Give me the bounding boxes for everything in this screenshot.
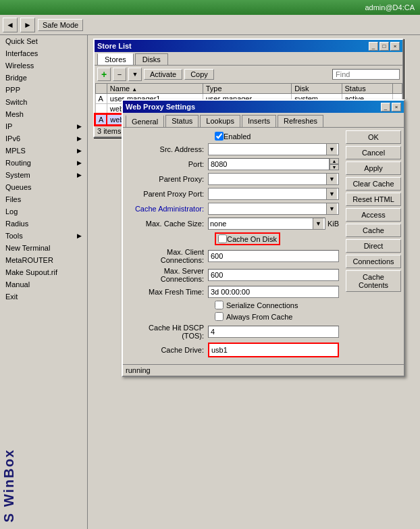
- port-input[interactable]: [208, 158, 330, 170]
- cache-drive-input[interactable]: [209, 344, 338, 356]
- col-header-name[interactable]: Name ▲: [107, 84, 203, 94]
- proxy-form: Enabled Src. Address: ▼ Port:: [123, 128, 343, 364]
- sidebar-item-queues[interactable]: Queues: [0, 181, 87, 193]
- apply-button[interactable]: Apply: [346, 161, 401, 175]
- sidebar-item-interfaces[interactable]: Interfaces: [0, 47, 87, 59]
- cache-size-wrap: none ▼ KiB: [208, 218, 339, 230]
- tab-refreshes[interactable]: Refreshes: [278, 115, 323, 127]
- status-text: running: [126, 366, 151, 374]
- always-from-cache-checkbox[interactable]: [215, 312, 224, 321]
- max-client-conn-input[interactable]: [208, 250, 339, 262]
- sidebar-item-ip[interactable]: IP ▶: [0, 120, 87, 132]
- proxy-content: Enabled Src. Address: ▼ Port:: [123, 128, 404, 364]
- proxy-buttons: OK Cancel Apply Clear Cache Reset HTML A…: [343, 128, 404, 364]
- maximize-button[interactable]: □: [379, 42, 389, 51]
- cache-on-disk-label: Cache On Disk: [227, 235, 277, 243]
- sidebar-item-routing[interactable]: Routing ▶: [0, 157, 87, 169]
- max-cache-size-dropdown[interactable]: ▼: [313, 218, 323, 229]
- sidebar-item-wireless[interactable]: Wireless: [0, 59, 87, 72]
- port-label: Port:: [127, 160, 208, 168]
- kib-label: KiB: [327, 220, 339, 228]
- add-button[interactable]: +: [97, 68, 111, 81]
- find-input[interactable]: [332, 69, 400, 80]
- connections-button[interactable]: Connections: [346, 255, 401, 268]
- cancel-button[interactable]: Cancel: [346, 146, 401, 159]
- back-button[interactable]: ◄: [3, 18, 18, 32]
- col-header-disk[interactable]: Disk: [292, 84, 342, 94]
- proxy-minimize-button[interactable]: _: [381, 103, 390, 111]
- cache-button[interactable]: Cache: [346, 224, 401, 237]
- proxy-close-button[interactable]: ×: [392, 103, 401, 111]
- enabled-checkbox[interactable]: [215, 132, 224, 141]
- tab-lookups[interactable]: Lookups: [200, 115, 240, 127]
- sidebar-item-switch[interactable]: Switch: [0, 96, 87, 108]
- store-list-titlebar: Store List _ □ ×: [95, 40, 402, 52]
- parent-proxy-row: Parent Proxy: ▼: [127, 173, 339, 185]
- close-button[interactable]: ×: [390, 42, 400, 51]
- sidebar-item-log[interactable]: Log: [0, 205, 87, 218]
- max-server-conn-row: Max. Server Connections:: [127, 267, 339, 283]
- access-button[interactable]: Access: [346, 208, 401, 222]
- max-fresh-time-label: Max Fresh Time:: [127, 288, 208, 296]
- sidebar-item-mesh[interactable]: Mesh: [0, 108, 87, 120]
- cache-hit-dscp-label: Cache Hit DSCP (TOS):: [127, 324, 208, 340]
- filter-button[interactable]: ▼: [128, 68, 142, 81]
- sidebar-item-quick-set[interactable]: Quick Set: [0, 35, 87, 47]
- col-header-type[interactable]: Type: [203, 84, 291, 94]
- sidebar-item-bridge[interactable]: Bridge: [0, 72, 87, 84]
- sidebar-item-files[interactable]: Files: [0, 193, 87, 205]
- port-spin-up[interactable]: ▲: [330, 158, 339, 164]
- sidebar-item-make-supout[interactable]: Make Supout.rif: [0, 266, 87, 278]
- col-header-status[interactable]: Status: [342, 84, 393, 94]
- sidebar-item-metarouter[interactable]: MetaROUTER: [0, 254, 87, 266]
- max-cache-size-select[interactable]: none ▼: [208, 218, 325, 230]
- safe-mode-button[interactable]: Safe Mode: [38, 19, 83, 31]
- src-address-dropdown-arrow[interactable]: ▼: [326, 144, 337, 155]
- sidebar-item-ipv6[interactable]: IPv6 ▶: [0, 132, 87, 145]
- ok-button[interactable]: OK: [346, 130, 401, 144]
- cache-drive-row: Cache Drive:: [127, 343, 339, 357]
- proxy-controls: _ ×: [381, 103, 401, 111]
- sidebar-item-radius[interactable]: Radius: [0, 218, 87, 230]
- cache-on-disk-checkbox[interactable]: [218, 234, 227, 243]
- remove-button[interactable]: −: [113, 68, 126, 81]
- parent-proxy-select[interactable]: ▼: [208, 173, 339, 185]
- sidebar-item-new-terminal[interactable]: New Terminal: [0, 242, 87, 254]
- cache-admin-dropdown[interactable]: ▼: [326, 203, 337, 214]
- cache-contents-button[interactable]: Cache Contents: [346, 270, 401, 292]
- max-fresh-time-input[interactable]: [208, 286, 339, 298]
- cache-hit-dscp-input[interactable]: [208, 326, 339, 338]
- cache-admin-select[interactable]: ▼: [208, 203, 339, 215]
- chevron-right-icon: ▶: [77, 159, 82, 166]
- forward-button[interactable]: ►: [20, 18, 35, 32]
- clear-cache-button[interactable]: Clear Cache: [346, 177, 401, 191]
- sidebar-item-mpls[interactable]: MPLS ▶: [0, 145, 87, 157]
- reset-html-button[interactable]: Reset HTML: [346, 193, 401, 206]
- serialize-conn-row: Serialize Connections: [127, 301, 339, 309]
- activate-button[interactable]: Activate: [144, 69, 182, 80]
- sidebar-item-ppp[interactable]: PPP: [0, 84, 87, 96]
- tab-general[interactable]: General: [126, 115, 164, 127]
- sidebar-item-manual[interactable]: Manual: [0, 278, 87, 291]
- max-cache-size-row: Max. Cache Size: none ▼ KiB: [127, 218, 339, 230]
- serialize-conn-checkbox[interactable]: [215, 301, 224, 309]
- sidebar-item-exit[interactable]: Exit: [0, 291, 87, 303]
- tab-disks[interactable]: Disks: [135, 53, 168, 65]
- tab-inserts[interactable]: Inserts: [242, 115, 276, 127]
- direct-button[interactable]: Direct: [346, 239, 401, 253]
- chevron-right-icon: ▶: [77, 147, 82, 154]
- src-address-select[interactable]: ▼: [208, 143, 339, 155]
- sidebar-item-tools[interactable]: Tools ▶: [0, 230, 87, 242]
- proxy-tabs: General Status Lookups Inserts Refreshes: [123, 113, 404, 128]
- sidebar-item-system[interactable]: System ▶: [0, 169, 87, 181]
- max-server-conn-input[interactable]: [208, 269, 339, 281]
- port-spin-down[interactable]: ▼: [330, 164, 339, 170]
- parent-proxy-dropdown-arrow[interactable]: ▼: [326, 174, 337, 184]
- store-toolbar: + − ▼ Activate Copy: [95, 66, 402, 83]
- parent-proxy-port-select[interactable]: ▼: [208, 188, 339, 200]
- tab-stores[interactable]: Stores: [97, 53, 134, 65]
- minimize-button[interactable]: _: [369, 42, 378, 51]
- copy-button[interactable]: Copy: [184, 69, 214, 80]
- tab-status[interactable]: Status: [165, 115, 199, 127]
- parent-proxy-port-dropdown[interactable]: ▼: [326, 188, 337, 199]
